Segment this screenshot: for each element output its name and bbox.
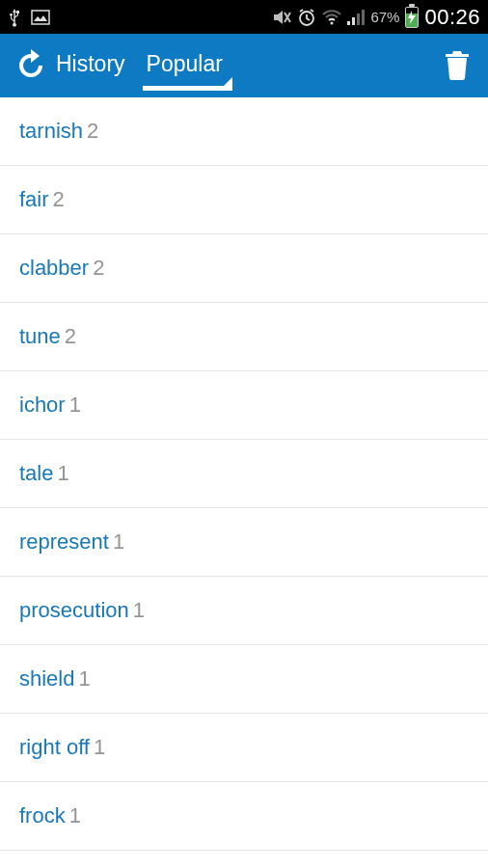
word-count: 2 (87, 119, 98, 143)
word-count: 1 (69, 803, 81, 827)
battery-percent: 67% (370, 9, 399, 25)
app-bar: History Popular (0, 34, 488, 97)
tab-popular[interactable]: Popular (143, 41, 227, 91)
battery-icon (405, 7, 419, 28)
word-text: right off (19, 735, 90, 759)
word-count: 2 (93, 256, 104, 280)
word-count: 2 (65, 324, 76, 348)
status-bar: 67% 00:26 (0, 0, 488, 34)
list-item[interactable]: clabber2 (0, 234, 488, 303)
word-count: 1 (113, 529, 124, 554)
word-text: fair (19, 187, 49, 211)
svg-rect-6 (352, 17, 355, 25)
word-count: 1 (57, 461, 68, 485)
word-list[interactable]: tarnish2fair2clabber2tune2ichor1tale1rep… (0, 97, 488, 868)
word-count: 1 (94, 735, 105, 759)
svg-rect-5 (347, 21, 350, 25)
svg-point-4 (331, 21, 334, 24)
word-count: 1 (133, 598, 145, 622)
image-icon (31, 10, 50, 25)
signal-icon (347, 10, 365, 25)
tabs: History Popular (52, 41, 227, 91)
svg-rect-8 (362, 10, 365, 25)
list-item[interactable]: frock1 (0, 782, 488, 851)
mute-icon (272, 9, 291, 26)
word-text: shield (19, 666, 74, 691)
word-text: frock (19, 803, 66, 827)
tab-label: History (56, 51, 125, 76)
list-item[interactable]: tale1 (0, 440, 488, 508)
word-count: 2 (53, 187, 65, 211)
list-item[interactable]: prosecution1 (0, 577, 488, 645)
list-item[interactable]: shield1 (0, 645, 488, 714)
word-count: 1 (69, 393, 81, 417)
word-text: represent (19, 529, 109, 554)
word-text: prosecution (19, 598, 129, 622)
alarm-icon (297, 8, 316, 27)
list-item[interactable]: ichor1 (0, 371, 488, 440)
word-text: tale (19, 461, 53, 485)
svg-rect-0 (32, 11, 49, 24)
word-text: clabber (19, 256, 89, 280)
tab-label: Popular (147, 51, 223, 76)
tab-history[interactable]: History (52, 41, 129, 91)
word-text: tune (19, 324, 61, 348)
status-clock: 00:26 (424, 5, 480, 30)
refresh-icon[interactable] (12, 46, 50, 85)
list-item[interactable]: right off1 (0, 714, 488, 782)
word-text: tarnish (19, 119, 83, 143)
list-item[interactable]: represent1 (0, 508, 488, 577)
svg-rect-7 (357, 14, 360, 25)
list-item[interactable]: abase1 (0, 851, 488, 868)
trash-icon[interactable] (438, 46, 476, 85)
list-item[interactable]: fair2 (0, 166, 488, 234)
usb-icon (8, 8, 21, 27)
word-count: 1 (78, 666, 90, 691)
word-text: ichor (19, 393, 66, 417)
wifi-icon (322, 10, 341, 25)
list-item[interactable]: tarnish2 (0, 97, 488, 166)
list-item[interactable]: tune2 (0, 303, 488, 371)
